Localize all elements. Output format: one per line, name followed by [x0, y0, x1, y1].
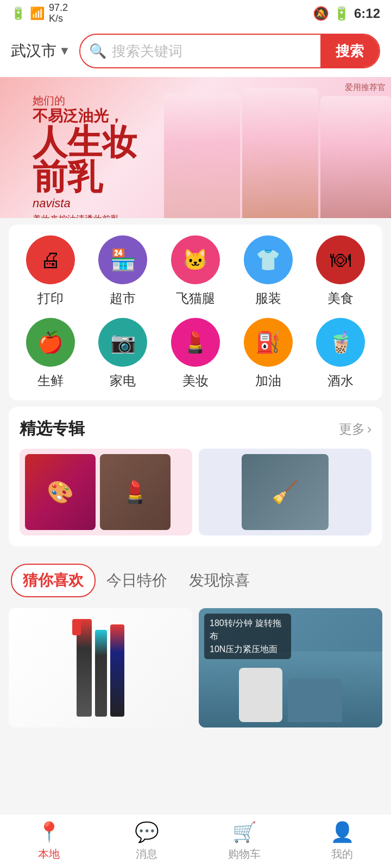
- beauty-label: 美妆: [182, 372, 209, 390]
- product-image-2: 180转/分钟 旋转拖布10N压力紧压地面: [199, 608, 382, 727]
- fresh-icon-wrap: 🍎: [26, 318, 75, 367]
- banner-brand: navista: [33, 196, 137, 210]
- makeup-thumb: [100, 454, 171, 530]
- product-card-2[interactable]: 180转/分钟 旋转拖布10N压力紧压地面: [199, 608, 382, 727]
- category-item-clothing[interactable]: 👕 服装: [236, 235, 301, 307]
- fresh-label: 生鲜: [37, 372, 64, 390]
- banner-slide: 她们的 不易泛油光， 人生妆前乳 navista 美妆来控油清透妆前乳 爱用推荐…: [0, 77, 391, 218]
- drinks-label: 酒水: [327, 372, 354, 390]
- featured-section: 精选专辑 更多 ›: [9, 407, 382, 546]
- art-thumb: [25, 454, 96, 530]
- battery-icon: 🔋: [333, 6, 350, 21]
- tab-daily-deal[interactable]: 今日特价: [96, 565, 178, 596]
- messages-icon: 💬: [135, 821, 159, 844]
- chevron-down-icon: ▼: [59, 44, 71, 58]
- section-header: 精选专辑 更多 ›: [20, 418, 371, 440]
- supermarket-icon: 🏪: [110, 248, 136, 272]
- drinks-icon-wrap: 🧋: [316, 318, 365, 367]
- category-section: 🖨 打印 🏪 超市 🐱 飞猫腿 👕 服装 🍽 美食: [9, 225, 382, 400]
- category-item-fresh[interactable]: 🍎 生鲜: [18, 318, 83, 390]
- clothing-icon-wrap: 👕: [244, 235, 293, 284]
- category-item-appliance[interactable]: 📷 家电: [90, 318, 155, 390]
- album-left[interactable]: [20, 449, 192, 535]
- appliance-label: 家电: [110, 372, 136, 390]
- nav-profile[interactable]: 👤 我的: [293, 814, 391, 868]
- banner-text-area: 她们的 不易泛油光， 人生妆前乳 navista 美妆来控油清透妆前乳: [33, 93, 137, 218]
- clothing-icon: 👕: [255, 248, 281, 272]
- banner-subtitle: 她们的: [33, 93, 137, 108]
- clothing-label: 服装: [255, 290, 281, 307]
- food-label: 美食: [327, 290, 354, 307]
- more-button[interactable]: 更多 ›: [339, 420, 371, 438]
- chevron-right-icon: ›: [367, 422, 371, 437]
- category-item-food[interactable]: 🍽 美食: [308, 235, 373, 307]
- figure-2: [242, 88, 318, 218]
- speed-indicator: 97.2 K/s: [49, 3, 68, 24]
- category-item-flycat[interactable]: 🐱 飞猫腿: [163, 235, 228, 307]
- nav-cart[interactable]: 🛒 购物车: [195, 814, 293, 868]
- search-button[interactable]: 搜索: [320, 35, 379, 67]
- flycat-icon: 🐱: [182, 248, 208, 272]
- fresh-icon: 🍎: [37, 330, 63, 354]
- figure-3: [320, 96, 391, 218]
- profile-icon: 👤: [330, 821, 355, 844]
- wifi-icon: 📶: [30, 7, 45, 21]
- cart-label: 购物车: [228, 847, 261, 861]
- search-input-area[interactable]: 🔍 搜索关键词: [80, 42, 320, 61]
- category-item-beauty[interactable]: 💄 美妆: [163, 318, 228, 390]
- gas-icon: ⛽: [255, 330, 281, 354]
- cart-icon: 🛒: [232, 821, 257, 844]
- bell-off-icon: 🔕: [313, 6, 329, 21]
- status-bar: 🔋 📶 97.2 K/s 🔕 🔋 6:12: [0, 0, 391, 27]
- search-bar[interactable]: 🔍 搜索关键词 搜索: [79, 34, 380, 68]
- nav-messages[interactable]: 💬 消息: [98, 814, 195, 868]
- beauty-icon: 💄: [182, 330, 208, 354]
- tab-discover[interactable]: 发现惊喜: [178, 565, 261, 596]
- banner-desc: 美妆来控油清透妆前乳: [33, 214, 137, 218]
- print-label: 打印: [37, 290, 64, 307]
- product-grid: 180转/分钟 旋转拖布10N压力紧压地面: [0, 603, 391, 733]
- flycat-label: 飞猫腿: [176, 290, 215, 307]
- category-item-supermarket[interactable]: 🏪 超市: [90, 235, 155, 307]
- section-title: 精选专辑: [20, 418, 85, 440]
- header: 武汉市 ▼ 🔍 搜索关键词 搜索: [0, 27, 391, 77]
- category-item-print[interactable]: 🖨 打印: [18, 235, 83, 307]
- appliance-icon: 📷: [110, 330, 136, 354]
- category-item-gas[interactable]: ⛽ 加油: [236, 318, 301, 390]
- pump-tools-icon: [71, 608, 130, 727]
- product-tag: 180转/分钟 旋转拖布10N压力紧压地面: [204, 614, 291, 659]
- supermarket-icon-wrap: 🏪: [98, 235, 147, 284]
- banner-figures: [164, 88, 391, 218]
- appliance-icon-wrap: 📷: [98, 318, 147, 367]
- beauty-icon-wrap: 💄: [171, 318, 220, 367]
- product-image-1: [9, 608, 192, 727]
- status-right: 🔕 🔋 6:12: [313, 6, 380, 21]
- category-row-1: 🖨 打印 🏪 超市 🐱 飞猫腿 👕 服装 🍽 美食: [14, 235, 377, 307]
- food-icon: 🍽: [330, 248, 351, 272]
- banner-labels: 爱用推荐官: [345, 82, 386, 93]
- clock: 6:12: [354, 6, 380, 21]
- nav-home[interactable]: 📍 本地: [0, 814, 98, 868]
- album-right[interactable]: [199, 449, 371, 535]
- supermarket-label: 超市: [110, 290, 136, 307]
- rec-tabs: 猜你喜欢 今日特价 发现惊喜: [0, 553, 391, 603]
- category-item-drinks[interactable]: 🧋 酒水: [308, 318, 373, 390]
- city-selector[interactable]: 武汉市 ▼: [11, 41, 71, 61]
- messages-label: 消息: [136, 847, 157, 861]
- more-label: 更多: [339, 420, 365, 438]
- figure-1: [164, 93, 240, 218]
- gas-icon-wrap: ⛽: [244, 318, 293, 367]
- status-left: 🔋 📶 97.2 K/s: [11, 3, 68, 24]
- banner-container[interactable]: 她们的 不易泛油光， 人生妆前乳 navista 美妆来控油清透妆前乳 爱用推荐…: [0, 77, 391, 218]
- print-icon: 🖨: [40, 248, 61, 272]
- home-label: 本地: [38, 847, 60, 861]
- drinks-icon: 🧋: [328, 330, 354, 354]
- tab-for-you[interactable]: 猜你喜欢: [11, 564, 96, 597]
- search-placeholder: 搜索关键词: [112, 42, 182, 61]
- product-card-1[interactable]: [9, 608, 192, 727]
- gas-label: 加油: [255, 372, 281, 390]
- category-row-2: 🍎 生鲜 📷 家电 💄 美妆 ⛽ 加油 🧋 酒水: [14, 318, 377, 390]
- flycat-icon-wrap: 🐱: [171, 235, 220, 284]
- albums-container: [20, 449, 371, 535]
- print-icon-wrap: 🖨: [26, 235, 75, 284]
